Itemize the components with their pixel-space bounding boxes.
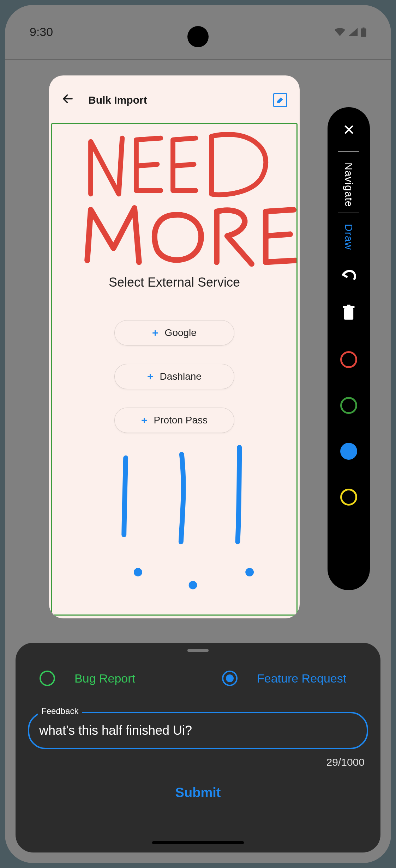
option-label: Feature Request — [257, 672, 346, 685]
screenshot-card: Bulk Import Select External Service + Go… — [49, 75, 300, 618]
feedback-input[interactable]: what's this half finished Ui? — [28, 712, 368, 749]
color-yellow[interactable] — [340, 489, 357, 506]
undo-icon[interactable] — [341, 268, 356, 283]
feedback-panel: Bug Report Feature Request Feedback what… — [16, 643, 380, 852]
svg-rect-0 — [361, 28, 366, 36]
card-body: Select External Service + Google + Dashl… — [51, 123, 298, 616]
color-red[interactable] — [340, 351, 357, 368]
plus-icon: + — [147, 371, 154, 383]
char-count: 29/1000 — [16, 756, 365, 768]
submit-button[interactable]: Submit — [16, 785, 380, 800]
annotate-icon[interactable] — [273, 93, 287, 107]
option-label: Bug Report — [74, 672, 135, 685]
service-google-button[interactable]: + Google — [114, 320, 234, 346]
svg-rect-6 — [344, 308, 353, 320]
service-proton-pass-button[interactable]: + Proton Pass — [114, 408, 234, 433]
status-bar: 9:30 — [5, 5, 391, 60]
back-icon[interactable] — [61, 92, 74, 108]
section-title: Select External Service — [52, 275, 296, 290]
signal-icon — [348, 28, 358, 36]
divider — [338, 151, 359, 152]
service-label: Google — [165, 327, 197, 338]
page-title: Bulk Import — [88, 94, 147, 106]
option-bug-report[interactable]: Bug Report — [16, 671, 198, 686]
svg-point-5 — [248, 570, 251, 574]
tool-draw[interactable]: Draw — [343, 224, 355, 250]
battery-icon — [361, 27, 366, 37]
status-time: 9:30 — [30, 25, 53, 39]
field-label: Feedback — [38, 706, 82, 716]
service-label: Proton Pass — [154, 415, 208, 426]
svg-point-3 — [136, 570, 140, 574]
home-indicator[interactable] — [152, 841, 244, 844]
camera-notch — [187, 26, 209, 47]
phone-frame: 9:30 Bulk Import Select External Service… — [5, 5, 391, 863]
close-icon[interactable]: ✕ — [343, 121, 355, 139]
svg-rect-8 — [347, 305, 350, 306]
feedback-value: what's this half finished Ui? — [39, 723, 192, 738]
plus-icon: + — [152, 327, 158, 339]
service-dashlane-button[interactable]: + Dashlane — [114, 364, 234, 389]
service-label: Dashlane — [160, 371, 202, 382]
tool-navigate[interactable]: Navigate — [343, 163, 355, 207]
svg-point-4 — [191, 583, 195, 587]
option-feature-request[interactable]: Feature Request — [198, 671, 380, 686]
drag-handle-icon[interactable] — [187, 649, 209, 652]
feedback-field-wrap: Feedback what's this half finished Ui? — [28, 712, 368, 749]
drawing-toolbar: ✕ Navigate Draw — [328, 107, 370, 590]
plus-icon: + — [141, 414, 148, 426]
radio-icon — [222, 671, 238, 686]
trash-icon[interactable] — [342, 305, 356, 322]
wifi-icon — [335, 28, 345, 36]
status-icons — [335, 27, 366, 37]
feedback-type-row: Bug Report Feature Request — [16, 666, 380, 691]
radio-icon — [40, 671, 55, 686]
divider — [338, 213, 359, 213]
svg-rect-1 — [362, 27, 364, 29]
color-blue[interactable] — [340, 443, 357, 460]
color-green[interactable] — [340, 397, 357, 414]
card-header: Bulk Import — [49, 75, 300, 125]
